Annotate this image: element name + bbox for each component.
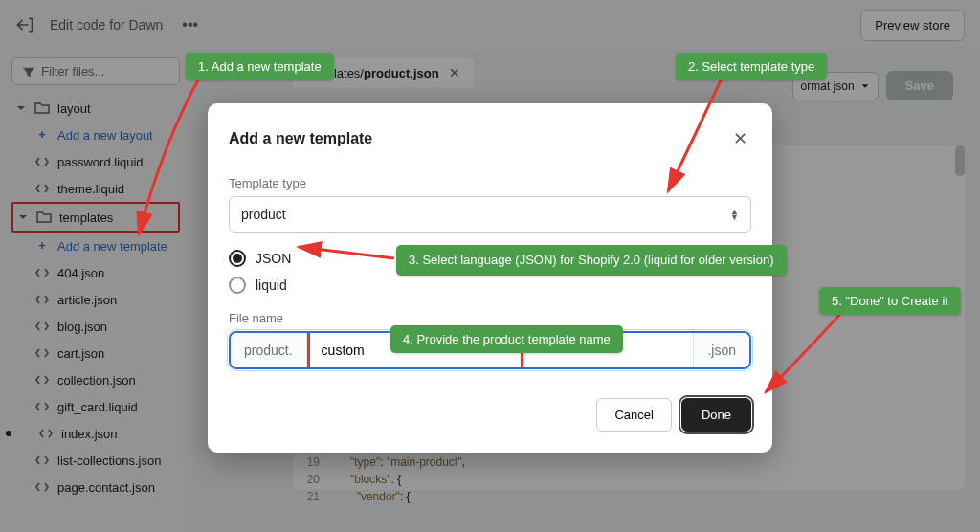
- template-type-value: product: [241, 207, 286, 222]
- annotation-1: 1. Add a new template: [186, 53, 334, 80]
- annotation-4: 4. Provide the product template name: [390, 325, 623, 353]
- template-type-label: Template type: [229, 176, 751, 190]
- select-arrows-icon: ▲▼: [730, 209, 739, 220]
- radio-icon: [229, 250, 246, 267]
- cancel-button[interactable]: Cancel: [596, 398, 671, 432]
- radio-icon: [229, 277, 246, 294]
- radio-liquid[interactable]: liquid: [229, 277, 751, 294]
- annotation-2: 2. Select template type: [676, 53, 827, 80]
- annotation-3: 3. Select language (JSON) for Shopify 2.…: [396, 245, 787, 276]
- done-button[interactable]: Done: [681, 398, 751, 432]
- annotation-5: 5. "Done" to Create it: [819, 287, 961, 315]
- close-icon[interactable]: ✕: [729, 124, 751, 153]
- template-type-select[interactable]: product ▲▼: [229, 196, 751, 233]
- file-name-prefix: product.: [231, 333, 307, 367]
- file-name-label: File name: [229, 311, 751, 325]
- file-name-suffix: .json: [693, 333, 749, 367]
- modal-title: Add a new template: [229, 130, 372, 147]
- add-template-modal: Add a new template ✕ Template type produ…: [208, 103, 772, 453]
